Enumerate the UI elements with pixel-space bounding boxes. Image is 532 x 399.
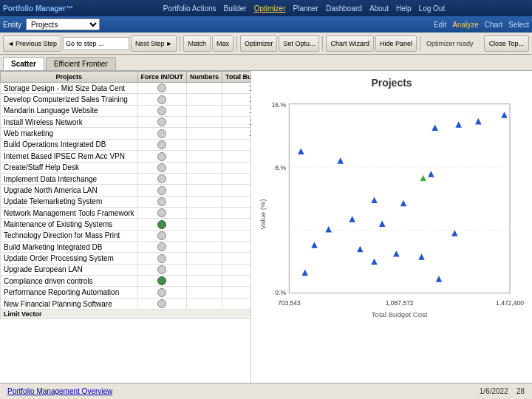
force-radio[interactable]: [137, 162, 187, 173]
project-name[interactable]: Develop Computerized Sales Training: [1, 94, 138, 105]
hide-panel-button[interactable]: Hide Panel: [375, 35, 417, 52]
force-circle[interactable]: [157, 129, 166, 138]
nav-help[interactable]: Help: [396, 4, 412, 13]
pct-cell: 0.0000%: [222, 298, 251, 309]
force-circle[interactable]: [157, 265, 166, 274]
nav-optimizer[interactable]: Optimizer: [254, 4, 286, 13]
force-radio[interactable]: [137, 230, 187, 241]
next-step-button[interactable]: Next Step ►: [131, 35, 177, 52]
entity-select[interactable]: Projects: [26, 18, 100, 30]
project-name[interactable]: Technology Direction for Mass Print: [1, 230, 138, 241]
force-radio[interactable]: [137, 253, 187, 264]
force-circle[interactable]: [157, 152, 166, 161]
goto-step-input[interactable]: [63, 37, 129, 50]
force-radio[interactable]: [137, 242, 187, 253]
force-radio[interactable]: [137, 264, 187, 275]
project-name[interactable]: Implement Data Interchange: [1, 173, 138, 184]
force-circle[interactable]: [157, 242, 166, 251]
force-circle[interactable]: [157, 288, 166, 297]
project-name[interactable]: Network Management Tools Framework: [1, 207, 138, 218]
force-circle[interactable]: [157, 231, 166, 240]
force-radio[interactable]: [137, 196, 187, 207]
project-name[interactable]: Storage Design - Mid Size Data Cent: [1, 83, 138, 94]
numbers-cell: [187, 94, 222, 105]
tab-scatter[interactable]: Scatter: [3, 57, 44, 70]
project-name[interactable]: Create/Staff Help Desk: [1, 162, 138, 173]
nav-dashboard[interactable]: Dashboard: [326, 4, 362, 13]
force-circle[interactable]: [157, 106, 166, 115]
project-name[interactable]: Maintenance of Existing Systems: [1, 219, 138, 230]
project-name[interactable]: Mandarin Language Website: [1, 105, 138, 116]
force-radio[interactable]: [137, 128, 187, 139]
force-radio[interactable]: [137, 83, 187, 94]
optimizer-button[interactable]: Optimizer: [240, 35, 278, 52]
force-circle[interactable]: [157, 140, 166, 149]
previous-step-button[interactable]: ◄ Previous Step: [3, 35, 61, 52]
nav-logout[interactable]: Log Out: [419, 4, 446, 13]
nav-planner[interactable]: Planner: [293, 4, 318, 13]
project-name[interactable]: Compliance driven controls: [1, 276, 138, 287]
project-name[interactable]: Upgrade North America LAN: [1, 185, 138, 196]
project-name[interactable]: Performance Reporting Automation: [1, 287, 138, 298]
max-button[interactable]: Max: [212, 35, 233, 52]
force-radio[interactable]: [137, 219, 187, 230]
table-row: Mandarin Language Website11.2078%1,094,1…: [1, 105, 252, 116]
force-radio[interactable]: [137, 276, 187, 287]
numbers-cell: [187, 128, 222, 139]
table-row: Compliance driven controls0.6620%1,006,2…: [1, 276, 252, 287]
numbers-cell: [187, 151, 222, 162]
force-circle[interactable]: [157, 197, 166, 206]
force-circle[interactable]: [157, 83, 166, 92]
force-radio[interactable]: [137, 105, 187, 116]
set-optu-button[interactable]: Set Optu...: [279, 35, 319, 52]
force-circle[interactable]: [157, 95, 166, 104]
force-radio[interactable]: [137, 151, 187, 162]
pct-cell: 4.4579%: [222, 162, 251, 173]
force-radio[interactable]: [137, 139, 187, 150]
force-circle[interactable]: [157, 254, 166, 263]
force-radio[interactable]: [137, 185, 187, 196]
close-button[interactable]: Close Top...: [484, 35, 529, 52]
force-radio[interactable]: [137, 173, 187, 184]
force-circle[interactable]: [157, 208, 166, 217]
force-circle[interactable]: [157, 186, 166, 195]
project-name[interactable]: Install Wireless Network: [1, 117, 138, 128]
match-button[interactable]: Match: [183, 35, 211, 52]
nav-analyze[interactable]: Analyze: [452, 21, 479, 29]
nav-edit[interactable]: Edit: [434, 21, 446, 29]
pct-cell: 3.5423%: [222, 173, 251, 184]
force-circle[interactable]: [157, 174, 166, 183]
force-radio[interactable]: [137, 94, 187, 105]
table-row: Install Wireless Network11.6034%1,189,50…: [1, 117, 252, 128]
project-name[interactable]: Update Telemarketing System: [1, 196, 138, 207]
force-circle[interactable]: [157, 299, 166, 308]
nav-select[interactable]: Select: [508, 21, 529, 29]
force-radio[interactable]: [137, 287, 187, 298]
force-circle[interactable]: [157, 220, 166, 229]
numbers-cell: [187, 196, 222, 207]
nav-chart[interactable]: Chart: [485, 21, 502, 29]
nav-about[interactable]: About: [369, 4, 389, 13]
project-name[interactable]: Build Marketing Integrated DB: [1, 242, 138, 253]
top-bar: Portfolio Manager™ Portfolio Actions Bui…: [0, 0, 532, 16]
project-name[interactable]: Internet Based IPSEC Rem Acc VPN: [1, 151, 138, 162]
project-name[interactable]: Update Order Processing System: [1, 253, 138, 264]
svg-text:1,087,572: 1,087,572: [386, 299, 414, 307]
project-name[interactable]: New Financial Planning Software: [1, 298, 138, 309]
chart-wizard-button[interactable]: Chart Wizard: [326, 35, 374, 52]
force-circle[interactable]: [157, 276, 166, 285]
footer-link[interactable]: Portfolio Management Overview: [7, 387, 112, 395]
project-name[interactable]: Upgrade European LAN: [1, 264, 138, 275]
force-circle[interactable]: [157, 117, 166, 126]
projects-table: Projects Force IN/OUT Numbers Total Budg…: [0, 71, 251, 319]
nav-builder[interactable]: Builder: [224, 4, 247, 13]
nav-portfolio-actions[interactable]: Portfolio Actions: [163, 4, 216, 13]
entity-label: Entity: [3, 21, 21, 29]
project-name[interactable]: Web marketing: [1, 128, 138, 139]
project-name[interactable]: Build Operations Integrated DB: [1, 139, 138, 150]
tab-efficient-frontier[interactable]: Efficient Frontier: [46, 57, 116, 70]
force-radio[interactable]: [137, 298, 187, 309]
force-circle[interactable]: [157, 163, 166, 172]
force-radio[interactable]: [137, 117, 187, 128]
force-radio[interactable]: [137, 207, 187, 218]
